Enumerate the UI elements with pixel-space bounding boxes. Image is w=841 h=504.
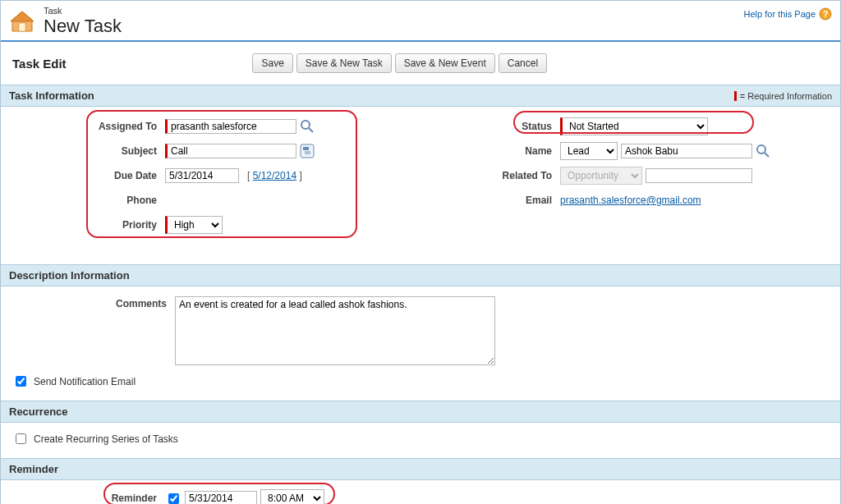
title-text: Task New Task xyxy=(44,6,122,37)
page-subtitle: Task xyxy=(44,6,122,16)
reminder-header: Reminder xyxy=(1,458,840,480)
date-hint-link[interactable]: 5/12/2014 xyxy=(253,170,296,181)
cancel-button[interactable]: Cancel xyxy=(499,53,547,73)
svg-line-6 xyxy=(309,128,313,132)
page-title: New Task xyxy=(44,16,122,37)
name-input[interactable] xyxy=(621,144,752,158)
reminder-label: Reminder xyxy=(1,493,165,504)
help-icon: ? xyxy=(819,7,832,21)
send-notification-checkbox[interactable] xyxy=(16,376,26,387)
svg-point-5 xyxy=(301,121,310,129)
assigned-to-label: Assigned To xyxy=(1,121,165,132)
related-to-type-select: Opportunity xyxy=(560,167,642,185)
required-bar-icon xyxy=(734,91,737,101)
name-label: Name xyxy=(420,145,560,157)
subject-input[interactable] xyxy=(165,144,296,158)
lookup-icon[interactable] xyxy=(300,119,315,134)
svg-text:?: ? xyxy=(823,9,829,19)
priority-label: Priority xyxy=(1,219,165,231)
desc-title: Description Information xyxy=(9,269,130,282)
reminder-date-input[interactable] xyxy=(185,491,257,504)
recurrence-title: Recurrence xyxy=(9,405,68,418)
priority-select[interactable]: High xyxy=(165,216,223,234)
task-info-header: Task Information = Required Information xyxy=(1,85,840,107)
page-header: Task New Task Help for this Page ? xyxy=(1,1,840,42)
name-type-select[interactable]: Lead xyxy=(560,142,618,160)
save-new-task-button[interactable]: Save & New Task xyxy=(296,53,392,73)
due-date-label: Due Date xyxy=(1,170,165,181)
help-link-text: Help for this Page xyxy=(744,9,816,19)
task-info-title: Task Information xyxy=(9,89,94,102)
desc-header: Description Information xyxy=(1,264,840,286)
recurrence-header: Recurrence xyxy=(1,401,840,423)
date-hint-wrapper: [ 5/12/2014 ] xyxy=(247,170,302,181)
toolbar-buttons: Save Save & New Task Save & New Event Ca… xyxy=(252,53,547,73)
status-select[interactable]: Not Started xyxy=(560,117,708,135)
status-label: Status xyxy=(420,121,560,132)
toolbar: Task Edit Save Save & New Task Save & Ne… xyxy=(1,42,840,85)
save-new-event-button[interactable]: Save & New Event xyxy=(395,53,495,73)
reminder-time-select[interactable]: 8:00 AM xyxy=(260,489,324,504)
svg-rect-9 xyxy=(305,151,310,154)
svg-marker-1 xyxy=(11,11,34,21)
assigned-to-input[interactable] xyxy=(165,119,296,134)
save-button[interactable]: Save xyxy=(252,53,292,73)
combo-icon[interactable] xyxy=(300,144,315,158)
due-date-input[interactable] xyxy=(165,168,239,183)
related-to-input xyxy=(646,168,752,183)
subject-label: Subject xyxy=(1,145,165,157)
email-label: Email xyxy=(420,195,560,206)
svg-rect-8 xyxy=(303,147,309,150)
help-link[interactable]: Help for this Page ? xyxy=(744,6,832,21)
email-link[interactable]: prasanth.salesforce@gmail.com xyxy=(560,195,701,206)
toolbar-title: Task Edit xyxy=(12,57,67,71)
lookup-icon[interactable] xyxy=(756,144,770,158)
related-to-label: Related To xyxy=(420,170,560,181)
home-icon xyxy=(9,8,35,34)
reminder-title: Reminder xyxy=(9,463,58,475)
phone-label: Phone xyxy=(1,195,165,206)
svg-point-10 xyxy=(757,145,765,153)
create-recurring-label: Create Recurring Series of Tasks xyxy=(34,433,178,445)
create-recurring-checkbox[interactable] xyxy=(16,433,26,444)
comments-label: Comments xyxy=(1,296,175,309)
reminder-checkbox[interactable] xyxy=(168,493,179,504)
svg-rect-2 xyxy=(19,23,25,31)
svg-line-11 xyxy=(765,153,769,157)
required-legend: = Required Information xyxy=(734,91,832,101)
required-legend-text: = Required Information xyxy=(740,91,832,101)
send-notification-label: Send Notification Email xyxy=(34,376,136,387)
comments-textarea[interactable]: An event is created for a lead called as… xyxy=(175,296,495,365)
title-block: Task New Task xyxy=(9,6,122,37)
